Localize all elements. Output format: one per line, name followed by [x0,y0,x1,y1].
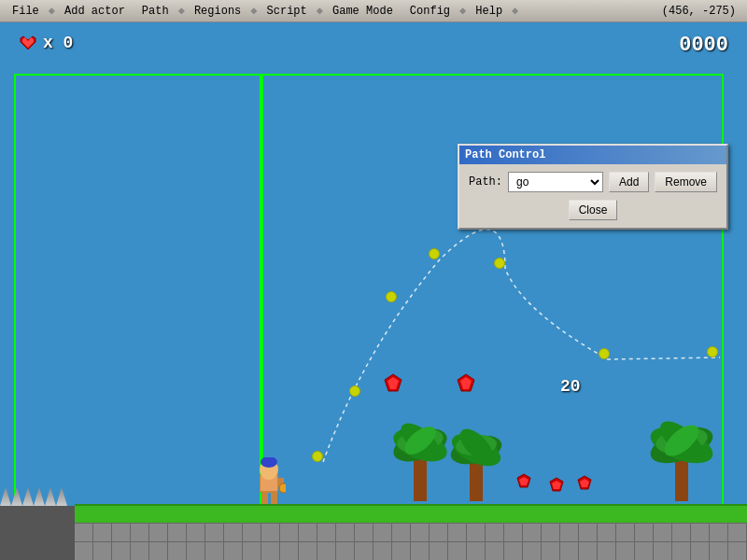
menu-config[interactable]: Config [402,2,458,21]
palm-tree-3 [644,389,719,506]
dark-ground [0,506,75,560]
sky-background [0,22,747,470]
path-row: Path: go Add Remove [469,172,717,192]
spike-4 [34,487,45,506]
dialog-title: Path Control [465,148,545,161]
spike-2 [11,487,22,506]
palm-tree-2 [448,408,504,506]
spike-5 [45,487,56,506]
lives-count: x 0 [43,34,73,52]
spikes [0,487,75,506]
ground-gem-2 [549,477,564,492]
points-display: 20 [560,377,581,396]
path-dot-3[interactable] [386,291,397,302]
path-dot-7[interactable] [707,346,718,357]
score-display: 0000 [679,34,728,57]
svg-point-36 [279,483,286,493]
path-control-dialog: Path Control Path: go Add Remove Close [458,144,728,230]
svg-rect-8 [470,459,483,501]
coordinates-display: (456, -275) [662,5,743,18]
path-select[interactable]: go [508,172,603,192]
path-label: Path: [469,175,502,189]
menu-path[interactable]: Path [134,2,177,21]
path-dot-6[interactable] [599,348,610,359]
svg-rect-2 [414,455,427,501]
path-dot-1[interactable] [312,451,323,462]
player-character [252,457,286,506]
dialog-titlebar: Path Control [459,146,726,164]
menu-add-actor[interactable]: Add actor [56,2,134,21]
tree-gem-2 [456,372,476,393]
menu-game-mode[interactable]: Game Mode [324,2,402,21]
path-dot-4[interactable] [429,248,440,259]
remove-button[interactable]: Remove [655,172,717,192]
menubar: File ◆ Add actor Path ◆ Regions ◆ Script… [0,0,747,22]
ground-gem-1 [516,473,531,488]
lives-display: x 0 [19,34,73,52]
game-area: x 0 0000 20 [0,22,747,560]
stone-ground [75,523,747,560]
heart-icon [19,35,37,51]
ground-gem-3 [577,475,592,490]
menu-help[interactable]: Help [467,2,511,21]
spike-3 [22,487,34,506]
svg-rect-29 [261,491,268,504]
path-dot-2[interactable] [349,385,360,397]
path-dot-5[interactable] [494,258,505,269]
close-button[interactable]: Close [569,200,618,220]
menu-regions[interactable]: Regions [186,2,249,21]
tree-gem-1 [383,372,403,393]
palm-tree-1 [388,399,453,506]
spike-6 [56,487,67,506]
spike-1 [0,487,11,506]
close-row: Close [469,200,717,220]
menu-script[interactable]: Script [259,2,316,21]
menu-file[interactable]: File [4,2,48,21]
dialog-content: Path: go Add Remove Close [459,164,726,228]
add-button[interactable]: Add [609,172,649,192]
svg-rect-30 [271,491,277,504]
grass-platform [75,504,747,523]
